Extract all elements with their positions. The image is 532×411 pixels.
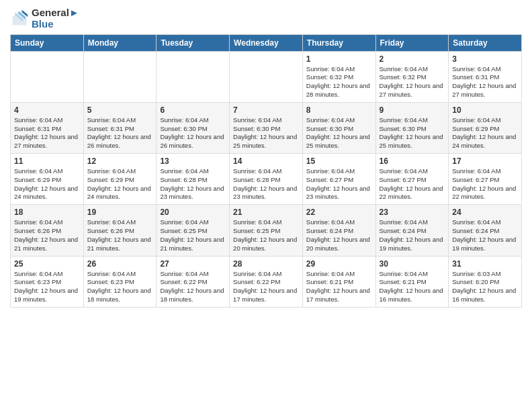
day-number: 11 [14,156,80,166]
calendar-cell: 26Sunrise: 6:04 AMSunset: 6:23 PMDayligh… [83,256,157,307]
day-info: Sunrise: 6:04 AMSunset: 6:23 PMDaylight:… [87,270,153,304]
day-info: Sunrise: 6:04 AMSunset: 6:26 PMDaylight:… [87,218,153,253]
day-number: 30 [380,259,445,269]
calendar-week-row: 18Sunrise: 6:04 AMSunset: 6:26 PMDayligh… [11,205,522,256]
day-info: Sunrise: 6:04 AMSunset: 6:25 PMDaylight:… [233,218,299,253]
calendar-table: SundayMondayTuesdayWednesdayThursdayFrid… [10,34,522,308]
day-number: 25 [14,259,80,269]
calendar-cell [230,51,303,102]
day-number: 21 [233,208,299,217]
calendar-cell: 17Sunrise: 6:04 AMSunset: 6:27 PMDayligh… [449,154,522,205]
day-info: Sunrise: 6:04 AMSunset: 6:22 PMDaylight:… [233,270,299,304]
calendar-cell: 2Sunrise: 6:04 AMSunset: 6:32 PMDaylight… [375,51,449,102]
main-container: General► Blue SundayMondayTuesdayWednesd… [0,0,532,311]
calendar-cell: 23Sunrise: 6:04 AMSunset: 6:24 PMDayligh… [375,205,449,256]
day-info: Sunrise: 6:04 AMSunset: 6:27 PMDaylight:… [306,167,372,201]
calendar-cell: 14Sunrise: 6:04 AMSunset: 6:28 PMDayligh… [230,154,303,205]
day-number: 16 [380,156,445,166]
day-info: Sunrise: 6:04 AMSunset: 6:24 PMDaylight:… [452,218,518,253]
day-number: 7 [233,105,299,115]
calendar-day-header: Thursday [302,34,375,51]
day-info: Sunrise: 6:04 AMSunset: 6:28 PMDaylight:… [233,167,299,201]
calendar-cell: 21Sunrise: 6:04 AMSunset: 6:25 PMDayligh… [230,205,303,256]
day-info: Sunrise: 6:04 AMSunset: 6:25 PMDaylight:… [160,218,226,253]
day-info: Sunrise: 6:04 AMSunset: 6:21 PMDaylight:… [380,270,445,304]
day-info: Sunrise: 6:04 AMSunset: 6:26 PMDaylight:… [14,218,80,253]
day-number: 10 [452,105,518,115]
day-number: 15 [306,156,372,166]
calendar-week-row: 4Sunrise: 6:04 AMSunset: 6:31 PMDaylight… [11,102,522,153]
calendar-cell: 5Sunrise: 6:04 AMSunset: 6:31 PMDaylight… [83,102,157,153]
calendar-cell: 12Sunrise: 6:04 AMSunset: 6:29 PMDayligh… [83,154,157,205]
day-info: Sunrise: 6:04 AMSunset: 6:29 PMDaylight:… [452,116,518,150]
calendar-cell: 20Sunrise: 6:04 AMSunset: 6:25 PMDayligh… [157,205,230,256]
day-number: 27 [160,259,226,269]
logo-text: General► Blue [32,7,79,30]
day-number: 22 [306,208,372,217]
day-info: Sunrise: 6:04 AMSunset: 6:23 PMDaylight:… [14,270,80,304]
calendar-cell: 4Sunrise: 6:04 AMSunset: 6:31 PMDaylight… [11,102,84,153]
calendar-cell [11,51,84,102]
calendar-day-header: Sunday [11,34,84,51]
day-number: 1 [306,54,372,64]
calendar-cell: 7Sunrise: 6:04 AMSunset: 6:30 PMDaylight… [230,102,303,153]
day-number: 18 [14,208,80,217]
calendar-cell: 18Sunrise: 6:04 AMSunset: 6:26 PMDayligh… [11,205,84,256]
day-info: Sunrise: 6:04 AMSunset: 6:30 PMDaylight:… [233,116,299,150]
day-info: Sunrise: 6:04 AMSunset: 6:28 PMDaylight:… [160,167,226,201]
day-number: 20 [160,208,226,217]
calendar-cell: 11Sunrise: 6:04 AMSunset: 6:29 PMDayligh… [11,154,84,205]
calendar-cell [157,51,230,102]
day-number: 28 [233,259,299,269]
day-info: Sunrise: 6:04 AMSunset: 6:32 PMDaylight:… [306,65,372,99]
day-info: Sunrise: 6:03 AMSunset: 6:20 PMDaylight:… [452,270,518,304]
calendar-cell: 8Sunrise: 6:04 AMSunset: 6:30 PMDaylight… [302,102,375,153]
day-info: Sunrise: 6:04 AMSunset: 6:27 PMDaylight:… [452,167,518,201]
calendar-week-row: 11Sunrise: 6:04 AMSunset: 6:29 PMDayligh… [11,154,522,205]
day-number: 14 [233,156,299,166]
day-info: Sunrise: 6:04 AMSunset: 6:31 PMDaylight:… [14,116,80,150]
calendar-cell: 9Sunrise: 6:04 AMSunset: 6:30 PMDaylight… [375,102,449,153]
day-number: 19 [87,208,153,217]
calendar-cell: 15Sunrise: 6:04 AMSunset: 6:27 PMDayligh… [302,154,375,205]
calendar-cell [83,51,157,102]
day-info: Sunrise: 6:04 AMSunset: 6:27 PMDaylight:… [380,167,445,201]
day-info: Sunrise: 6:04 AMSunset: 6:32 PMDaylight:… [380,65,445,99]
day-info: Sunrise: 6:04 AMSunset: 6:30 PMDaylight:… [306,116,372,150]
calendar-cell: 28Sunrise: 6:04 AMSunset: 6:22 PMDayligh… [230,256,303,307]
calendar-cell: 19Sunrise: 6:04 AMSunset: 6:26 PMDayligh… [83,205,157,256]
calendar-cell: 6Sunrise: 6:04 AMSunset: 6:30 PMDaylight… [157,102,230,153]
calendar-cell: 30Sunrise: 6:04 AMSunset: 6:21 PMDayligh… [375,256,449,307]
calendar-header-row: SundayMondayTuesdayWednesdayThursdayFrid… [11,34,522,51]
calendar-cell: 22Sunrise: 6:04 AMSunset: 6:24 PMDayligh… [302,205,375,256]
day-number: 13 [160,156,226,166]
day-info: Sunrise: 6:04 AMSunset: 6:29 PMDaylight:… [14,167,80,201]
day-number: 26 [87,259,153,269]
day-number: 31 [452,259,518,269]
day-number: 24 [452,208,518,217]
logo: General► Blue [10,7,79,30]
calendar-cell: 25Sunrise: 6:04 AMSunset: 6:23 PMDayligh… [11,256,84,307]
calendar-cell: 24Sunrise: 6:04 AMSunset: 6:24 PMDayligh… [449,205,522,256]
day-number: 29 [306,259,372,269]
calendar-cell: 31Sunrise: 6:03 AMSunset: 6:20 PMDayligh… [449,256,522,307]
day-number: 9 [380,105,445,115]
calendar-day-header: Monday [83,34,157,51]
calendar-cell: 16Sunrise: 6:04 AMSunset: 6:27 PMDayligh… [375,154,449,205]
day-info: Sunrise: 6:04 AMSunset: 6:22 PMDaylight:… [160,270,226,304]
day-info: Sunrise: 6:04 AMSunset: 6:24 PMDaylight:… [380,218,445,253]
calendar-cell: 29Sunrise: 6:04 AMSunset: 6:21 PMDayligh… [302,256,375,307]
calendar-cell: 27Sunrise: 6:04 AMSunset: 6:22 PMDayligh… [157,256,230,307]
day-number: 23 [380,208,445,217]
day-number: 6 [160,105,226,115]
calendar-cell: 1Sunrise: 6:04 AMSunset: 6:32 PMDaylight… [302,51,375,102]
header: General► Blue [10,7,522,30]
calendar-day-header: Friday [375,34,449,51]
day-info: Sunrise: 6:04 AMSunset: 6:29 PMDaylight:… [87,167,153,201]
day-info: Sunrise: 6:04 AMSunset: 6:30 PMDaylight:… [160,116,226,150]
calendar-cell: 10Sunrise: 6:04 AMSunset: 6:29 PMDayligh… [449,102,522,153]
calendar-day-header: Saturday [449,34,522,51]
day-number: 12 [87,156,153,166]
logo-icon [10,9,29,28]
day-info: Sunrise: 6:04 AMSunset: 6:21 PMDaylight:… [306,270,372,304]
